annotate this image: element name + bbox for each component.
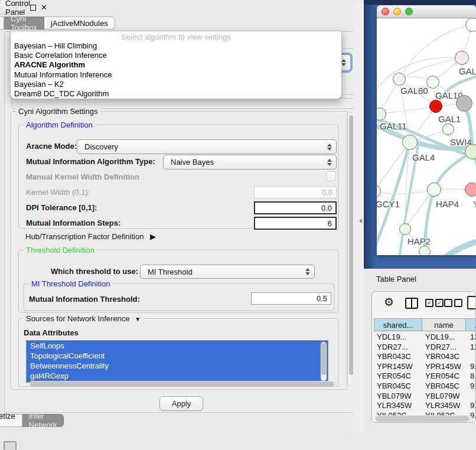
algorithm-option-mutual-information-inference[interactable]: Mutual Information Inference <box>11 70 341 80</box>
deselect-all-checks-icon[interactable] <box>444 299 462 307</box>
mi-steps-input[interactable]: 6 <box>254 217 337 230</box>
network-node-swi4[interactable] <box>442 123 454 135</box>
zoom-traffic-light-icon[interactable] <box>405 8 413 15</box>
table-panel-title: Table Panel <box>376 275 416 283</box>
collapse-arrow-icon: ▼ <box>135 316 141 322</box>
dpi-tolerance-input[interactable]: 0.0 <box>254 201 337 214</box>
apply-button-label: Apply <box>172 399 191 408</box>
node-label: GAL4 <box>412 152 435 162</box>
mi-threshold-input[interactable]: 0.5 <box>251 292 331 305</box>
network-node[interactable] <box>465 144 476 159</box>
network-node[interactable] <box>456 95 472 112</box>
attribute-item-topologicalcoefficient[interactable]: TopologicalCoefficient <box>27 351 328 361</box>
hub-definition-expander[interactable]: Hub/Transcription Factor Definition ▶ <box>25 232 156 241</box>
tab-jactivemnodules[interactable]: jActiveMNodules <box>44 17 115 30</box>
table-cell: YBR045C <box>377 381 411 390</box>
table-cell: YPR145W <box>425 362 461 371</box>
collapse-panel-arrow-icon[interactable] <box>359 219 362 223</box>
network-view-frame: GALGAL80GAL10GAL1GAL11SWI4GAL4GCY1HAP4YH… <box>377 5 476 255</box>
table-row[interactable]: YDR27...YDR27...12 <box>374 343 475 353</box>
which-threshold-combo[interactable]: MI Threshold <box>140 265 315 279</box>
cyni-settings-group: Cyni Algorithm Settings Algorithm Defini… <box>11 111 347 390</box>
table-row[interactable]: YBL079WYBL079W <box>374 392 475 402</box>
apply-button[interactable]: Apply <box>159 396 203 411</box>
table-hscrollbar[interactable] <box>374 415 472 422</box>
minimized-panel-icon[interactable] <box>4 441 17 450</box>
desktop-top-strip <box>364 0 476 5</box>
table-cell: YPR145W <box>377 362 413 371</box>
network-canvas[interactable]: GALGAL80GAL10GAL1GAL11SWI4GAL4GCY1HAP4YH… <box>377 18 476 255</box>
dpi-tolerance-label: DPI Tolerance [0,1]: <box>26 203 97 212</box>
tab-discretize-data[interactable]: Discretize Data <box>0 414 22 427</box>
settings-hscrollbar[interactable] <box>29 381 336 387</box>
aracne-mode-label: Aracne Mode: <box>26 142 77 151</box>
network-node-y[interactable] <box>465 182 476 197</box>
threshold-definition-title: Threshold Definition <box>24 246 97 255</box>
tab-infer-network[interactable]: Infer Network <box>22 414 64 427</box>
table-cell: YER054C <box>425 371 459 380</box>
column-header-a[interactable]: A <box>465 318 476 331</box>
mi-threshold-value: 0.5 <box>317 294 327 303</box>
table-panel: ⚙ ✓✓ shared...nameA YDL19...YDL19...13YD… <box>371 291 476 423</box>
float-window-icon[interactable] <box>30 5 36 11</box>
table-cell: YDR27... <box>377 343 408 351</box>
sources-title[interactable]: Sources for Network Inference ▼ <box>24 314 143 323</box>
attribute-item-selfloops[interactable]: SelfLoops <box>27 341 328 351</box>
kernel-width-input[interactable]: 0.0 <box>254 186 337 198</box>
network-node-gal10[interactable] <box>426 76 439 89</box>
table-row[interactable]: YBR045CYBR045C9. <box>374 381 475 392</box>
aracne-mode-combo[interactable]: Discovery <box>77 139 337 154</box>
algorithm-option-basic-correlation-inference[interactable]: Basic Correlation Inference <box>11 51 341 60</box>
column-header-name[interactable]: name <box>422 318 466 331</box>
attribute-item-gal4rgexp[interactable]: gal4RGexp <box>27 371 328 381</box>
document-icon[interactable] <box>467 296 476 309</box>
algorithm-option-bayesian-hill-climbing[interactable]: Bayesian – Hill Climbing <box>11 41 341 51</box>
select-all-checks-icon[interactable]: ✓✓ <box>425 299 444 307</box>
desktop-shading <box>364 0 377 269</box>
control-panel-titlebar: Control Panel ✕ <box>1 1 10 15</box>
combo-stepper-icon <box>327 144 332 151</box>
tab-label: Infer Network <box>29 412 57 429</box>
network-edge <box>443 240 476 255</box>
mi-type-combo[interactable]: Naive Bayes <box>163 155 337 169</box>
mi-threshold-group: MI Threshold Definition Mutual Informati… <box>24 283 334 311</box>
network-node-gal1[interactable] <box>429 100 442 113</box>
algorithm-option-aracne-algorithm[interactable]: ARACNE Algorithm <box>11 60 341 70</box>
table-cell: YBR043C <box>377 352 411 361</box>
node-label: GAL80 <box>400 86 428 96</box>
network-node[interactable] <box>419 246 431 255</box>
network-node-gal80[interactable] <box>393 73 406 86</box>
algorithm-option-bayesian-k2[interactable]: Bayesian – K2 <box>11 80 341 89</box>
table-row[interactable]: YPR145WYPR145W9. <box>374 362 475 372</box>
network-node-gal4[interactable] <box>402 135 418 150</box>
threshold-definition-group: Threshold Definition Which threshold to … <box>18 250 338 312</box>
network-frame-titlebar[interactable] <box>377 5 476 18</box>
panel-splitter[interactable] <box>353 4 364 432</box>
network-node-hap2[interactable] <box>399 223 411 235</box>
attributes-scrollbar[interactable] <box>321 342 327 381</box>
gear-icon[interactable]: ⚙ <box>384 296 394 308</box>
node-label: HAP4 <box>436 199 459 209</box>
table-row[interactable]: YBR043CYBR043C <box>374 352 475 362</box>
network-node[interactable] <box>465 18 476 32</box>
minimize-traffic-light-icon[interactable] <box>393 8 401 15</box>
aracne-mode-value: Discovery <box>84 142 118 151</box>
table-cell: 13 <box>470 332 476 341</box>
tab-select[interactable]: Select <box>0 17 4 30</box>
close-traffic-light-icon[interactable] <box>382 8 389 15</box>
attribute-item-betweennesscentrality[interactable]: BetweennessCentrality <box>27 361 328 371</box>
split-columns-icon[interactable] <box>405 298 418 309</box>
tab-cyni-toolbox[interactable]: Cyni Toolbox <box>4 17 44 30</box>
network-node-gal[interactable] <box>455 51 469 65</box>
column-header-shared-[interactable]: shared... <box>374 318 422 331</box>
manual-kernel-checkbox[interactable] <box>326 171 336 181</box>
manual-kernel-label: Manual Kernel Width Definition <box>26 172 139 181</box>
table-row[interactable]: YLR345WYLR345W9. <box>374 401 475 411</box>
algorithm-definition-title: Algorithm Definition <box>24 120 95 129</box>
table-row[interactable]: YDL19...YDL19...13 <box>374 332 475 343</box>
table-row[interactable]: YER054CYER054C8. <box>374 371 475 381</box>
network-node-hap4[interactable] <box>427 182 441 197</box>
algorithm-definition-group: Algorithm Definition Aracne Mode: Discov… <box>18 125 338 229</box>
algorithm-option-dream8-dc-tdc-algorithm[interactable]: Dream8 DC_TDC Algorithm <box>11 89 341 99</box>
close-window-icon[interactable]: ✕ <box>41 4 47 11</box>
